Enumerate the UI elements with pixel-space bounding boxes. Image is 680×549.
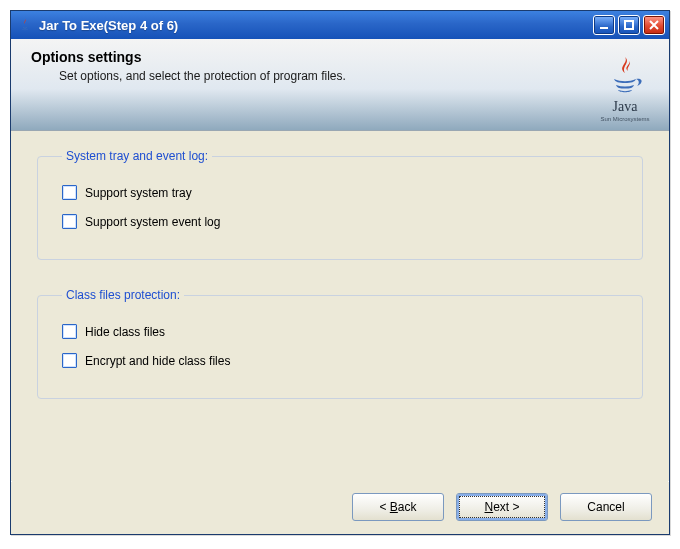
system-tray-group: System tray and event log: Support syste… — [37, 149, 643, 260]
next-mnemonic: N — [484, 500, 493, 514]
window-controls — [593, 15, 665, 35]
maximize-button[interactable] — [618, 15, 640, 35]
class-protection-group: Class files protection: Hide class files… — [37, 288, 643, 399]
wizard-header: Options settings Set options, and select… — [11, 39, 669, 131]
hide-class-files-checkbox[interactable] — [62, 324, 77, 339]
minimize-button[interactable] — [593, 15, 615, 35]
support-event-log-checkbox[interactable] — [62, 214, 77, 229]
page-title: Options settings — [31, 49, 595, 65]
support-event-log-label: Support system event log — [85, 215, 220, 229]
java-app-icon — [17, 17, 33, 33]
svg-rect-1 — [625, 21, 633, 29]
back-mnemonic: B — [390, 500, 398, 514]
encrypt-hide-class-files-checkbox[interactable] — [62, 353, 77, 368]
wizard-window: Jar To Exe(Step 4 of 6) Options settings… — [10, 10, 670, 535]
titlebar: Jar To Exe(Step 4 of 6) — [11, 11, 669, 39]
support-system-tray-checkbox[interactable] — [62, 185, 77, 200]
hide-class-files-label: Hide class files — [85, 325, 165, 339]
back-prefix: < — [379, 500, 389, 514]
encrypt-hide-class-files-row[interactable]: Encrypt and hide class files — [62, 347, 622, 376]
next-rest: ext > — [493, 500, 519, 514]
java-logo: Java Sun Microsystems — [595, 55, 655, 122]
wizard-body: System tray and event log: Support syste… — [11, 131, 669, 437]
java-logo-subtext: Sun Microsystems — [600, 116, 649, 122]
svg-rect-0 — [600, 27, 608, 29]
class-protection-legend: Class files protection: — [62, 288, 184, 302]
support-system-tray-label: Support system tray — [85, 186, 192, 200]
hide-class-files-row[interactable]: Hide class files — [62, 318, 622, 347]
back-rest: ack — [398, 500, 417, 514]
java-logo-text: Java — [613, 99, 638, 115]
window-title: Jar To Exe(Step 4 of 6) — [39, 18, 593, 33]
wizard-header-text: Options settings Set options, and select… — [31, 49, 595, 83]
support-event-log-row[interactable]: Support system event log — [62, 208, 622, 237]
next-button[interactable]: Next > — [456, 493, 548, 521]
encrypt-hide-class-files-label: Encrypt and hide class files — [85, 354, 230, 368]
support-system-tray-row[interactable]: Support system tray — [62, 179, 622, 208]
wizard-footer: < Back Next > Cancel — [12, 481, 668, 533]
page-subtitle: Set options, and select the protection o… — [31, 69, 595, 83]
system-tray-legend: System tray and event log: — [62, 149, 212, 163]
cancel-button[interactable]: Cancel — [560, 493, 652, 521]
back-button[interactable]: < Back — [352, 493, 444, 521]
close-button[interactable] — [643, 15, 665, 35]
